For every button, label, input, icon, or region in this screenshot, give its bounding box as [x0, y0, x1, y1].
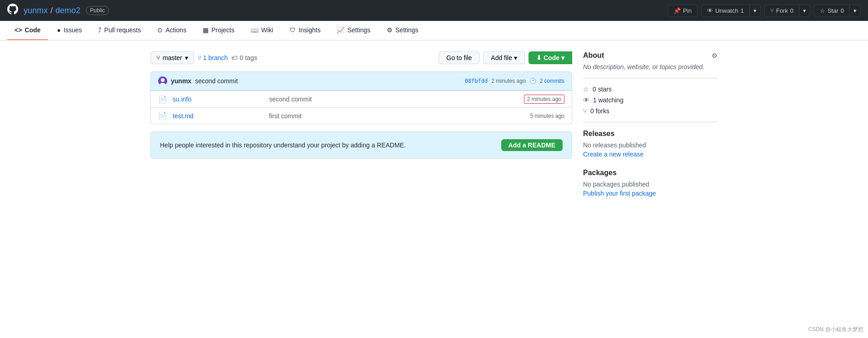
add-file-group: Add file ▾ [483, 51, 525, 64]
chevron-down-icon: ▾ [514, 54, 517, 61]
tag-info: 🏷 0 tags [231, 54, 257, 61]
unwatch-group: 👁 Unwatch 1 ▾ [701, 5, 761, 17]
add-file-label: Add file [491, 54, 512, 61]
unwatch-dropdown[interactable]: ▾ [749, 5, 761, 17]
tag-count: 0 [239, 54, 243, 61]
main-content: ⑂ master ▾ ⑂ 1 branch 🏷 0 tags Go to fil… [143, 40, 725, 208]
forks-stat: ⑂ 0 forks [583, 107, 718, 115]
actions-icon: ⊙ [157, 26, 163, 34]
tab-settings-label: Settings [395, 26, 419, 34]
about-header: About ⚙ [583, 51, 718, 60]
code-button[interactable]: ⬇ Code ▾ [529, 51, 572, 64]
tab-issues[interactable]: ● Issues [50, 21, 89, 40]
branch-name: master [163, 54, 182, 61]
star-icon: ☆ [820, 7, 825, 14]
no-packages-text: No packages published [583, 181, 718, 188]
commits-count-link[interactable]: 2 commits [540, 78, 564, 84]
file-table: 📄 su.info second commit 2 minutes ago 📄 … [150, 91, 572, 124]
tab-pr-label: Pull requests [104, 26, 141, 34]
releases-section: Releases No releases published Create a … [583, 130, 718, 158]
star-group: ☆ Star 0 ▾ [814, 5, 861, 17]
tab-projects-label: Projects [211, 26, 234, 34]
file-commit-msg: second commit [269, 96, 519, 103]
nav-tabs: <> Code ● Issues ⤴ Pull requests ⊙ Actio… [0, 21, 868, 40]
code-icon: <> [15, 26, 22, 34]
go-to-file-button[interactable]: Go to file [439, 51, 479, 64]
pin-button[interactable]: 📌 Pin [668, 5, 698, 17]
branch-count: 1 [203, 54, 207, 61]
commit-time: 2 minutes ago [491, 78, 525, 84]
commits-label: commits [544, 78, 564, 84]
readme-banner: Help people interested in this repositor… [150, 131, 572, 159]
tab-insights[interactable]: 📈 Settings [329, 21, 378, 40]
toolbar: ⑂ master ▾ ⑂ 1 branch 🏷 0 tags Go to fil… [150, 51, 572, 64]
fork-group: ⑂ Fork 0 ▾ [764, 5, 810, 17]
fork-icon: ⑂ [583, 107, 587, 115]
no-releases-text: No releases published [583, 141, 718, 149]
chevron-down-icon: ▾ [561, 54, 564, 61]
visibility-badge: Public [86, 6, 109, 15]
file-icon: 📄 [158, 111, 167, 120]
commit-avatar [158, 76, 167, 86]
branch-icon: ⑂ [156, 54, 160, 61]
branch-selector[interactable]: ⑂ master ▾ [150, 51, 194, 64]
tab-security[interactable]: 🛡 Insights [282, 21, 328, 40]
commit-author[interactable]: yunmx [171, 77, 191, 85]
star-label: Star [828, 7, 838, 14]
packages-title: Packages [583, 169, 718, 177]
fork-button[interactable]: ⑂ Fork 0 [764, 5, 799, 17]
code-label: Code [544, 54, 559, 61]
branch-count-link[interactable]: ⑂ 1 branch [198, 54, 228, 61]
tab-wiki[interactable]: 📖 Wiki [244, 21, 280, 40]
pull-request-icon: ⤴ [98, 26, 101, 34]
fork-icon: ⑂ [770, 7, 774, 14]
packages-section: Packages No packages published Publish y… [583, 169, 718, 197]
star-button[interactable]: ☆ Star 0 [814, 5, 849, 17]
gear-icon[interactable]: ⚙ [712, 52, 718, 59]
publish-package-link[interactable]: Publish your first package [583, 190, 656, 197]
repo-link[interactable]: demo2 [55, 6, 80, 15]
commit-row: yunmx second commit 08fbfdd 2 minutes ag… [150, 71, 572, 91]
tab-actions[interactable]: ⊙ Actions [150, 21, 194, 40]
sidebar: About ⚙ No description, website, or topi… [583, 51, 718, 197]
file-commit-msg: first commit [269, 112, 525, 120]
create-release-link[interactable]: Create a new release [583, 151, 644, 158]
unwatch-count: 1 [740, 7, 743, 14]
tag-label: tags [245, 54, 257, 61]
commit-message: second commit [195, 77, 238, 85]
add-readme-button[interactable]: Add a README [501, 139, 563, 151]
watching-stat: 👁 1 watching [583, 96, 718, 104]
file-name[interactable]: su.info [173, 96, 264, 103]
tab-projects[interactable]: ▦ Projects [195, 21, 242, 40]
file-name[interactable]: test.md [173, 112, 264, 120]
settings-icon: ⚙ [387, 26, 393, 34]
tab-settings[interactable]: ⚙ Settings [379, 21, 426, 40]
file-time: 5 minutes ago [530, 113, 564, 119]
insights-icon: 📈 [337, 26, 344, 34]
tab-actions-label: Actions [165, 26, 186, 34]
unwatch-button[interactable]: 👁 Unwatch 1 [701, 5, 749, 17]
github-logo-icon [7, 4, 18, 17]
releases-title: Releases [583, 130, 718, 138]
tab-pull-requests[interactable]: ⤴ Pull requests [91, 21, 148, 40]
header-actions: 📌 Pin 👁 Unwatch 1 ▾ ⑂ Fork 0 ▾ ☆ Star 0 [668, 5, 861, 17]
tab-code-label: Code [25, 26, 40, 34]
watching-count: 1 watching [593, 96, 624, 104]
tab-security-label: Insights [299, 26, 320, 34]
commits-count: 2 [540, 78, 543, 84]
star-dropdown[interactable]: ▾ [849, 5, 861, 17]
chevron-down-icon: ▾ [185, 54, 188, 61]
readme-banner-text: Help people interested in this repositor… [160, 141, 406, 149]
add-file-button[interactable]: Add file ▾ [483, 51, 525, 64]
commit-sha[interactable]: 08fbfdd [465, 78, 488, 84]
star-count: 0 [841, 7, 844, 14]
unwatch-label: Unwatch [715, 7, 738, 14]
fork-dropdown[interactable]: ▾ [799, 5, 810, 17]
eye-icon: 👁 [707, 7, 713, 14]
user-link[interactable]: yunmx [24, 6, 48, 15]
security-icon: 🛡 [289, 26, 296, 34]
tab-code[interactable]: <> Code [7, 21, 48, 40]
forks-count: 0 forks [590, 107, 609, 115]
tab-insights-label: Settings [347, 26, 370, 34]
pin-label: Pin [683, 7, 692, 14]
